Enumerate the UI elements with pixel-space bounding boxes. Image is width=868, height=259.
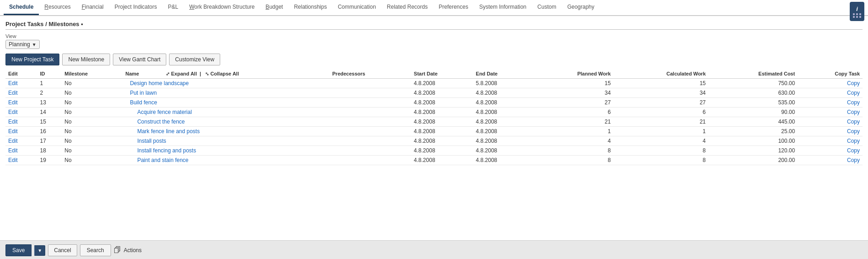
row-calculated-work: 4 [614, 136, 709, 146]
edit-link[interactable]: Edit [5, 108, 37, 117]
row-start-date: 4.8.2008 [411, 98, 473, 108]
row-calculated-work: 21 [614, 117, 709, 127]
row-copy[interactable]: Copy [798, 127, 863, 136]
row-id: 1 [37, 79, 62, 88]
save-dropdown-button[interactable]: ▼ [34, 245, 45, 256]
col-header-expand-collapse[interactable]: ⤢ Expand All | ⤡ Collapse All [163, 69, 329, 79]
table-row: Edit 14 No Acquire fence material 4.8.20… [5, 108, 863, 117]
col-header-start-date: Start Date [411, 69, 473, 79]
row-planned-work: 4 [531, 136, 614, 146]
save-button[interactable]: Save [5, 244, 32, 256]
edit-link[interactable]: Edit [5, 156, 37, 165]
row-planned-work: 15 [531, 79, 614, 88]
row-copy[interactable]: Copy [798, 117, 863, 127]
row-planned-work: 8 [531, 156, 614, 165]
row-id: 16 [37, 127, 62, 136]
row-name[interactable]: Paint and stain fence [122, 156, 329, 165]
row-name[interactable]: Install fencing and posts [122, 146, 329, 156]
tab-resources[interactable]: Resources [39, 0, 76, 15]
row-copy[interactable]: Copy [798, 79, 863, 88]
view-gantt-chart-button[interactable]: View Gantt Chart [113, 54, 166, 65]
tab-geography[interactable]: Geography [562, 0, 600, 15]
row-estimated-cost: 90.00 [709, 108, 798, 117]
row-name[interactable]: Build fence [122, 98, 329, 108]
edit-link[interactable]: Edit [5, 117, 37, 127]
row-predecessors [329, 117, 411, 127]
tab-financial[interactable]: Financial [76, 0, 109, 15]
edit-link[interactable]: Edit [5, 88, 37, 98]
row-start-date: 4.8.2008 [411, 156, 473, 165]
row-milestone: No [62, 88, 122, 98]
chevron-down-icon: ▼ [32, 42, 37, 47]
toolbar: New Project Task New Milestone View Gant… [5, 54, 863, 65]
table-row: Edit 1 No Design home landscape 4.8.2008… [5, 79, 863, 88]
row-calculated-work: 6 [614, 108, 709, 117]
edit-link[interactable]: Edit [5, 127, 37, 136]
row-calculated-work: 27 [614, 98, 709, 108]
row-name[interactable]: Acquire fence material [122, 108, 329, 117]
new-project-task-button[interactable]: New Project Task [5, 54, 59, 65]
row-milestone: No [62, 146, 122, 156]
row-copy[interactable]: Copy [798, 88, 863, 98]
tab-custom[interactable]: Custom [532, 0, 561, 15]
tab-system-information[interactable]: System Information [474, 0, 532, 15]
row-name[interactable]: Design home landscape [122, 79, 329, 88]
edit-link[interactable]: Edit [5, 136, 37, 146]
tab-pl[interactable]: P&L [163, 0, 184, 15]
edit-link[interactable]: Edit [5, 79, 37, 88]
view-value: Planning [9, 41, 30, 48]
row-copy[interactable]: Copy [798, 146, 863, 156]
tab-related-records[interactable]: Related Records [381, 0, 433, 15]
row-copy[interactable]: Copy [798, 156, 863, 165]
row-end-date: 4.8.2008 [473, 108, 531, 117]
row-estimated-cost: 750.00 [709, 79, 798, 88]
edit-link[interactable]: Edit [5, 146, 37, 156]
row-predecessors [329, 156, 411, 165]
info-icon-button[interactable]: i [850, 2, 864, 21]
tab-preferences[interactable]: Preferences [433, 0, 474, 15]
new-milestone-button[interactable]: New Milestone [62, 54, 110, 65]
row-predecessors [329, 88, 411, 98]
row-copy[interactable]: Copy [798, 108, 863, 117]
row-end-date: 4.8.2008 [473, 88, 531, 98]
row-milestone: No [62, 156, 122, 165]
row-estimated-cost: 120.00 [709, 146, 798, 156]
info-dots [853, 13, 862, 18]
row-planned-work: 1 [531, 127, 614, 136]
main-content: Project Tasks / Milestones • View Planni… [0, 16, 868, 240]
row-name[interactable]: Construct the fence [122, 117, 329, 127]
row-predecessors [329, 79, 411, 88]
actions-label[interactable]: Actions [124, 247, 142, 254]
customize-view-button[interactable]: Customize View [169, 54, 220, 65]
row-id: 15 [37, 117, 62, 127]
tab-project-indicators[interactable]: Project Indicators [109, 0, 163, 15]
tab-communication[interactable]: Communication [332, 0, 381, 15]
tab-budget[interactable]: Budget [260, 0, 288, 15]
row-name[interactable]: Put in lawn [122, 88, 329, 98]
nav-tabs: Schedule Resources Financial Project Ind… [0, 0, 868, 16]
view-selector[interactable]: Planning ▼ [5, 40, 40, 49]
tab-relationships[interactable]: Relationships [288, 0, 332, 15]
row-name[interactable]: Mark fence line and posts [122, 127, 329, 136]
search-button[interactable]: Search [80, 244, 111, 256]
row-end-date: 4.8.2008 [473, 136, 531, 146]
row-copy[interactable]: Copy [798, 136, 863, 146]
row-id: 13 [37, 98, 62, 108]
row-copy[interactable]: Copy [798, 98, 863, 108]
document-icon[interactable]: 🗍 [114, 246, 121, 254]
row-end-date: 4.8.2008 [473, 117, 531, 127]
row-calculated-work: 8 [614, 156, 709, 165]
row-name[interactable]: Install posts [122, 136, 329, 146]
edit-link[interactable]: Edit [5, 98, 37, 108]
cancel-button[interactable]: Cancel [48, 244, 77, 256]
tab-schedule[interactable]: Schedule [4, 0, 39, 15]
row-milestone: No [62, 108, 122, 117]
row-estimated-cost: 535.00 [709, 98, 798, 108]
table-row: Edit 19 No Paint and stain fence 4.8.200… [5, 156, 863, 165]
row-planned-work: 21 [531, 117, 614, 127]
tab-wbs[interactable]: Work Breakdown Structure [184, 0, 260, 15]
info-letter: i [856, 5, 858, 12]
row-predecessors [329, 108, 411, 117]
row-estimated-cost: 100.00 [709, 136, 798, 146]
row-milestone: No [62, 79, 122, 88]
